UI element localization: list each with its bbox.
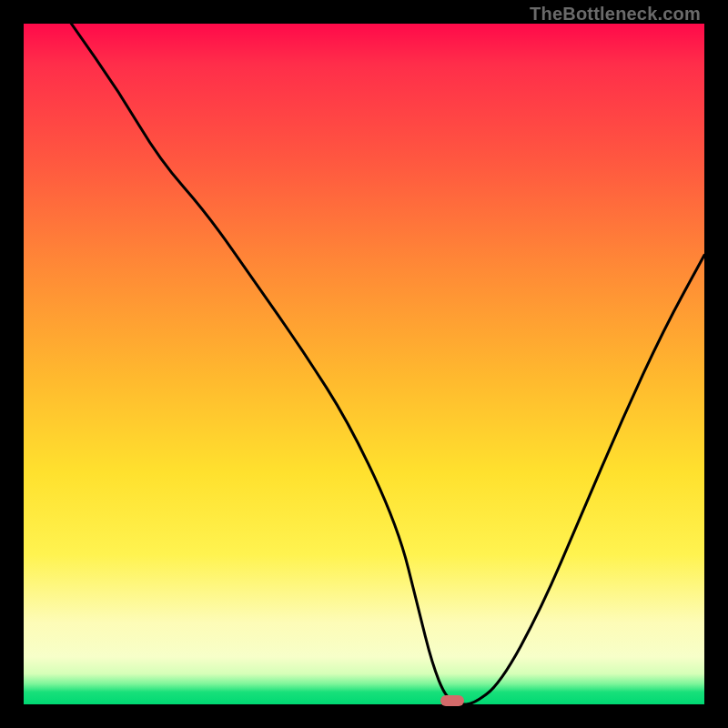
chart-frame: TheBottleneck.com [0, 0, 728, 728]
chart-plot-area [24, 24, 704, 704]
watermark-text: TheBottleneck.com [530, 4, 701, 25]
bottleneck-curve [24, 24, 704, 704]
optimal-point-marker [440, 695, 464, 706]
